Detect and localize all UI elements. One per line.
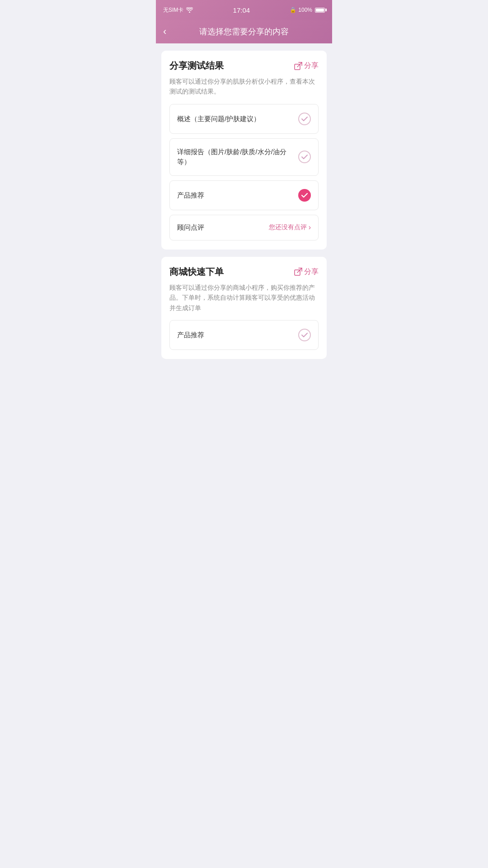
- share-button-1[interactable]: 分享: [294, 61, 319, 71]
- card-desc-2: 顾客可以通过你分享的商城小程序，购买你推荐的产品。下单时，系统自动计算顾客可以享…: [169, 283, 319, 313]
- share-button-2[interactable]: 分享: [294, 267, 319, 277]
- option-detail-label: 详细报告（图片/肤龄/肤质/水分/油分等）: [177, 147, 294, 167]
- test-result-card: 分享测试结果 分享 顾客可以通过你分享的肌肤分析仪小程序，查看本次测试的测试结果…: [161, 51, 327, 250]
- option-product-rec-1-label: 产品推荐: [177, 190, 294, 201]
- advisor-right: 您还没有点评 ›: [269, 223, 311, 231]
- advisor-chevron: ›: [309, 223, 311, 231]
- check-detail: [298, 151, 311, 163]
- option-product-rec-1[interactable]: 产品推荐: [169, 180, 319, 210]
- check-overview: [298, 113, 311, 125]
- option-advisor-comment[interactable]: 顾问点评 您还没有点评 ›: [169, 215, 319, 241]
- lock-icon: 🔒: [290, 7, 296, 13]
- option-list-2: 产品推荐: [169, 320, 319, 350]
- back-button[interactable]: ‹: [163, 27, 166, 37]
- status-bar-right: 🔒 100%: [290, 7, 325, 13]
- card-header-2: 商城快速下单 分享: [169, 266, 319, 278]
- status-bar-left: 无SIM卡: [163, 6, 193, 14]
- option-product-rec-2-label: 产品推荐: [177, 330, 294, 340]
- share-icon-2: [294, 268, 302, 276]
- option-overview-label: 概述（主要问题/护肤建议）: [177, 114, 294, 124]
- status-bar: 无SIM卡 17:04 🔒 100%: [156, 0, 332, 20]
- card-title-1: 分享测试结果: [169, 60, 224, 72]
- status-bar-time: 17:04: [233, 6, 250, 14]
- nav-bar: ‹ 请选择您需要分享的内容: [156, 20, 332, 43]
- carrier-label: 无SIM卡: [163, 6, 183, 14]
- advisor-label: 顾问点评: [177, 223, 204, 232]
- option-detail-report[interactable]: 详细报告（图片/肤龄/肤质/水分/油分等）: [169, 138, 319, 176]
- advisor-status: 您还没有点评: [269, 223, 307, 231]
- card-desc-1: 顾客可以通过你分享的肌肤分析仪小程序，查看本次测试的测试结果。: [169, 76, 319, 97]
- option-list-1: 概述（主要问题/护肤建议） 详细报告（图片/肤龄/肤质/水分/油分等）: [169, 104, 319, 241]
- option-overview[interactable]: 概述（主要问题/护肤建议）: [169, 104, 319, 134]
- share-label-2: 分享: [304, 267, 319, 277]
- battery-percent: 100%: [298, 7, 312, 13]
- option-product-rec-2[interactable]: 产品推荐: [169, 320, 319, 350]
- share-label-1: 分享: [304, 61, 319, 71]
- battery-icon: [315, 8, 325, 13]
- share-icon-1: [294, 62, 302, 70]
- content: 分享测试结果 分享 顾客可以通过你分享的肌肤分析仪小程序，查看本次测试的测试结果…: [156, 43, 332, 366]
- check-product-2: [298, 329, 311, 341]
- card-title-2: 商城快速下单: [169, 266, 224, 278]
- shop-order-card: 商城快速下单 分享 顾客可以通过你分享的商城小程序，购买你推荐的产品。下单时，系…: [161, 257, 327, 359]
- card-header-1: 分享测试结果 分享: [169, 60, 319, 72]
- check-product-1: [298, 189, 311, 202]
- wifi-icon: [186, 7, 193, 13]
- nav-title: 请选择您需要分享的内容: [199, 26, 289, 37]
